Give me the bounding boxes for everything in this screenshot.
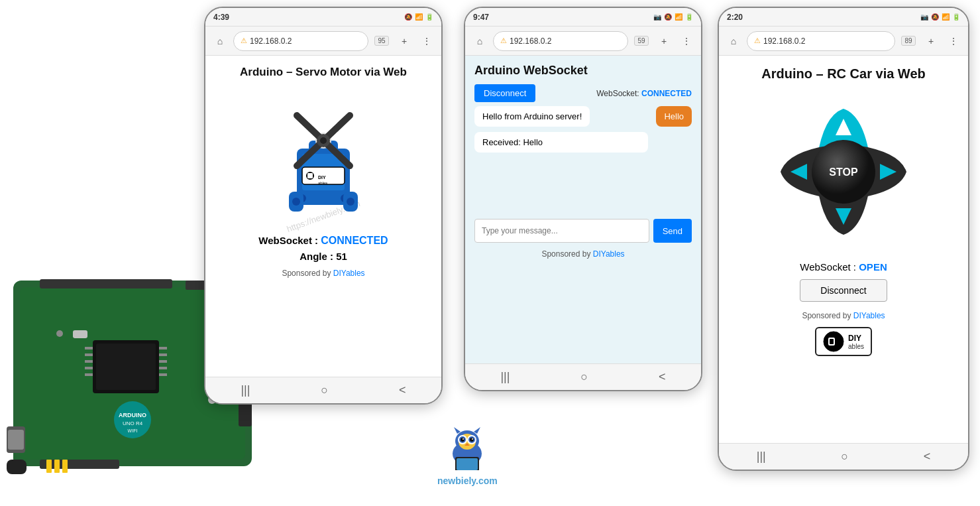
phone2-back-btn[interactable]: ||| (500, 370, 510, 384)
phone1-ws-connected: CONNECTED (321, 235, 388, 246)
phone2-chat-area: Hello from Arduino server! Hello Receive… (474, 106, 692, 212)
phone1-frame: 4:39 🔕 📶 🔋 ⌂ ⚠ 192.168.0.2 95 + ⋮ https:… (204, 7, 443, 405)
phone3-warning-icon: ⚠ (754, 36, 761, 45)
phone2-tab-btn[interactable]: 59 (632, 32, 651, 50)
svg-rect-24 (54, 460, 60, 473)
phone2-new-tab-btn[interactable]: + (655, 32, 673, 50)
svg-rect-10 (85, 353, 93, 356)
svg-point-74 (472, 438, 473, 440)
svg-rect-61 (830, 339, 834, 344)
phone1-address-input[interactable]: ⚠ 192.168.0.2 (233, 31, 368, 51)
phone2-status-bar: 9:47 📷 🔕 📶 🔋 (465, 8, 701, 27)
phone2-tab-count: 59 (634, 36, 648, 46)
phone3-page-content: Arduino – RC Car via Web (719, 56, 968, 443)
phone1-page-content: https://newbiely.com Arduino – Servo Mot… (205, 56, 441, 377)
phone2-frame: 9:47 📷 🔕 📶 🔋 ⌂ ⚠ 192.168.0.2 59 + ⋮ Ardu… (464, 7, 702, 391)
phone3-icon3: 📶 (942, 13, 950, 21)
phone2-message1: Hello from Arduino server! (474, 106, 590, 127)
newbiely-section: newbiely.com (437, 424, 498, 486)
phone1-menu-btn[interactable]: ⋮ (417, 32, 436, 50)
phone3-home-nav-btn[interactable]: ○ (841, 450, 848, 464)
phone1-bottom-nav: ||| ○ < (205, 377, 441, 403)
phone3-address-bar: ⌂ ⚠ 192.168.0.2 89 + ⋮ (719, 27, 968, 56)
phone3-address-input[interactable]: ⚠ 192.168.0.2 (747, 31, 895, 51)
phone2-bottom-nav: ||| ○ < (465, 363, 701, 390)
phone3-frame: 2:20 📷 🔕 📶 🔋 ⌂ ⚠ 192.168.0.2 89 + ⋮ Ardu… (718, 7, 969, 471)
svg-point-72 (470, 438, 474, 442)
svg-rect-18 (159, 373, 167, 376)
phone1-back-btn[interactable]: ||| (241, 383, 250, 397)
phone2-menu-btn[interactable]: ⋮ (677, 32, 696, 50)
phone3-icon1: 📷 (920, 13, 928, 21)
phone3-menu-btn[interactable]: ⋮ (944, 32, 963, 50)
phone2-diyables-link[interactable]: DIYables (593, 249, 625, 259)
phone1-new-tab-btn[interactable]: + (395, 32, 413, 50)
phone2-time: 9:47 (473, 13, 489, 22)
phone3-new-tab-btn[interactable]: + (922, 32, 940, 50)
svg-point-46 (292, 198, 300, 206)
svg-point-71 (461, 438, 464, 442)
phone3-home-btn[interactable]: ⌂ (724, 32, 743, 50)
svg-rect-8 (96, 344, 156, 390)
phone3-ws-open: OPEN (859, 261, 887, 273)
phone1-tab-count: 95 (374, 36, 388, 46)
svg-text:STOP: STOP (829, 166, 858, 178)
phone3-status-bar: 2:20 📷 🔕 📶 🔋 (719, 8, 968, 27)
diyables-logo-area: DIY ables (732, 327, 955, 356)
phone1-sponsored: Sponsored by DIYables (216, 269, 431, 278)
phone1-angle: Angle : 51 (216, 251, 431, 262)
phone3-icon2: 🔕 (931, 13, 939, 21)
phone1-battery: 🔋 (425, 13, 433, 21)
phone2-ws-connected: CONNECTED (641, 89, 692, 98)
phone2-address-text: 192.168.0.2 (510, 36, 551, 46)
phone3-time: 2:20 (727, 13, 743, 22)
phone1-time: 4:39 (213, 13, 229, 22)
phone1-status-bar: 4:39 🔕 📶 🔋 (205, 8, 441, 27)
svg-rect-2 (40, 279, 172, 288)
phone2-message-input[interactable] (474, 219, 649, 243)
phone1-recent-btn[interactable]: < (399, 383, 406, 397)
phone3-back-btn[interactable]: ||| (757, 450, 766, 464)
svg-rect-14 (159, 347, 167, 349)
dpad-container: STOP (732, 95, 955, 248)
phone1-tab-btn[interactable]: 95 (372, 32, 391, 50)
phone2-home-btn[interactable]: ⌂ (470, 32, 489, 50)
phone3-disconnect-btn[interactable]: Disconnect (800, 279, 887, 302)
svg-rect-12 (85, 367, 93, 369)
phone1-home-nav-btn[interactable]: ○ (321, 383, 328, 397)
phone2-home-nav-btn[interactable]: ○ (580, 370, 588, 384)
phone2-send-btn[interactable]: Send (653, 219, 692, 243)
phone3-bottom-nav: ||| ○ < (719, 443, 968, 470)
diyables-logo-text: DIY ables (848, 334, 864, 350)
phone2-page-content: Arduino WebSocket Disconnect WebSocket: … (465, 56, 701, 363)
phone2-icon3: 📶 (675, 13, 682, 21)
phone2-status-icons: 📷 🔕 📶 🔋 (653, 13, 693, 21)
phone1-warning-icon: ⚠ (241, 36, 247, 45)
servo-image: DIY ables (216, 89, 431, 221)
phone2-warning-icon: ⚠ (500, 36, 507, 45)
svg-rect-50 (307, 173, 313, 178)
svg-rect-13 (85, 373, 93, 376)
phone2-received-msg: Received: Hello (474, 132, 648, 153)
phone3-diyables-link[interactable]: DIYables (853, 311, 885, 320)
svg-marker-65 (474, 427, 480, 434)
svg-text:DIY: DIY (318, 175, 326, 180)
phone3-tab-btn[interactable]: 89 (899, 32, 918, 50)
phone1-home-btn[interactable]: ⌂ (211, 32, 229, 50)
phone2-recent-btn[interactable]: < (659, 370, 666, 384)
phone2-disconnect-btn[interactable]: Disconnect (474, 84, 535, 102)
phone2-sponsored: Sponsored by DIYables (474, 249, 692, 259)
phone1-diyables-link[interactable]: DIYables (333, 269, 365, 278)
svg-marker-64 (454, 427, 461, 434)
svg-rect-6 (7, 460, 27, 474)
phone3-status-icons: 📷 🔕 📶 🔋 (920, 13, 960, 21)
phone2-address-input[interactable]: ⚠ 192.168.0.2 (493, 31, 628, 51)
svg-rect-11 (85, 360, 93, 363)
svg-rect-25 (62, 460, 68, 473)
phone3-battery: 🔋 (952, 13, 960, 21)
phone3-title: Arduino – RC Car via Web (732, 65, 955, 82)
phone2-message2: Hello (656, 106, 692, 127)
phone3-address-text: 192.168.0.2 (763, 36, 805, 46)
phone3-recent-btn[interactable]: < (924, 450, 931, 464)
svg-rect-17 (159, 367, 167, 369)
